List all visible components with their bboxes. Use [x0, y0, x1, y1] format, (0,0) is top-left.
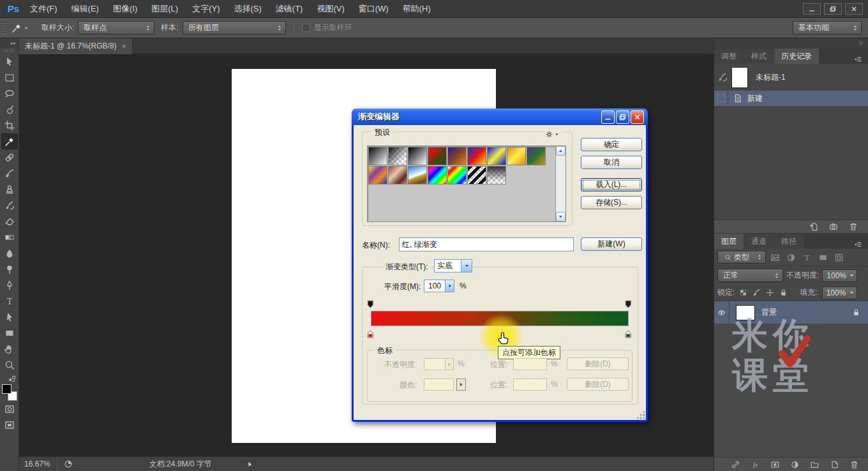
- preset-swatch-yellow-violet-orange-blue[interactable]: [368, 166, 387, 184]
- menu-item-0[interactable]: 文件(F): [23, 0, 64, 18]
- quick-select-tool[interactable]: [1, 101, 18, 117]
- dialog-restore-button[interactable]: [616, 110, 629, 124]
- history-source-cell[interactable]: [714, 91, 728, 106]
- color-stop-red[interactable]: [367, 329, 375, 340]
- menu-item-3[interactable]: 图层(L): [144, 0, 185, 18]
- camera-icon[interactable]: [829, 222, 838, 231]
- preset-swatch-blue-yellow-blue[interactable]: [487, 147, 506, 165]
- blend-mode-select[interactable]: 正常: [717, 269, 783, 282]
- menu-item-6[interactable]: 滤镜(T): [269, 0, 310, 18]
- opacity-stop-right[interactable]: [625, 299, 633, 310]
- healing-tool[interactable]: [1, 149, 18, 165]
- color-stop-green[interactable]: [625, 329, 633, 340]
- sample-size-select[interactable]: 取样点: [78, 21, 154, 34]
- collapse-panels-button[interactable]: [714, 38, 868, 48]
- type-tool[interactable]: T: [1, 293, 18, 309]
- dodge-tool[interactable]: [1, 261, 18, 277]
- layer-filter-select[interactable]: 类型: [717, 251, 766, 264]
- menu-item-8[interactable]: 窗口(W): [352, 0, 396, 18]
- history-brush-source-icon[interactable]: [717, 72, 728, 82]
- menu-item-5[interactable]: 选择(S): [227, 0, 268, 18]
- tab-close-icon[interactable]: ×: [122, 41, 127, 51]
- mask-icon[interactable]: [770, 460, 780, 469]
- ok-button[interactable]: 确定: [581, 138, 642, 151]
- dialog-resize-grip[interactable]: [637, 411, 645, 419]
- menu-item-2[interactable]: 图像(I): [106, 0, 144, 18]
- screen-mode-button[interactable]: [1, 417, 18, 433]
- history-item-new[interactable]: 新建: [714, 91, 868, 106]
- zoom-tool[interactable]: [1, 357, 18, 373]
- tool-preset-picker[interactable]: [11, 23, 29, 33]
- new-doc-state-icon[interactable]: [809, 222, 818, 231]
- minimize-button[interactable]: [803, 3, 821, 15]
- clone-stamp-tool[interactable]: [1, 181, 18, 197]
- gradient-name-input[interactable]: [399, 237, 574, 251]
- presets-scrollbar[interactable]: [555, 146, 565, 221]
- eyedropper-tool[interactable]: [1, 133, 18, 149]
- dialog-title-bar[interactable]: 渐变编辑器: [352, 108, 648, 125]
- shape-icon[interactable]: [818, 253, 828, 262]
- status-menu-icon[interactable]: [246, 461, 253, 468]
- scroll-down-button[interactable]: [556, 212, 565, 221]
- path-select-tool[interactable]: [1, 309, 18, 325]
- sample-select[interactable]: 所有图层: [183, 21, 286, 34]
- scroll-up-button[interactable]: [556, 146, 565, 156]
- document-tab[interactable]: 未标题-1 @ 16.7%(RGB/8) ×: [19, 38, 133, 54]
- folder-icon[interactable]: [810, 460, 819, 469]
- preset-swatch-red-green[interactable]: [428, 147, 447, 165]
- dialog-minimize-button[interactable]: [601, 110, 615, 124]
- panel-menu-icon[interactable]: [851, 240, 864, 249]
- smart-icon[interactable]: [834, 253, 844, 262]
- foreground-color-swatch[interactable]: [2, 384, 11, 394]
- history-snapshot-row[interactable]: 未标题-1: [714, 64, 868, 91]
- gradient-tool[interactable]: [1, 229, 18, 245]
- menu-item-1[interactable]: 编辑(E): [64, 0, 106, 18]
- preset-swatch-violet-green-orange[interactable]: [527, 147, 546, 165]
- show-ring-checkbox[interactable]: [302, 24, 310, 32]
- cancel-button[interactable]: 取消: [581, 156, 642, 169]
- preset-swatch-fg-to-transparent[interactable]: [388, 147, 407, 165]
- restore-button[interactable]: [824, 3, 842, 15]
- tab-styles[interactable]: 样式: [744, 49, 774, 64]
- link-icon[interactable]: [731, 460, 740, 469]
- trash-icon[interactable]: [849, 222, 858, 231]
- opacity-stop-left[interactable]: [367, 299, 375, 310]
- presets-menu-button[interactable]: [545, 129, 562, 139]
- preset-swatch-black-white[interactable]: [408, 147, 427, 165]
- quick-mask-button[interactable]: [1, 401, 18, 417]
- preset-swatch-copper[interactable]: [388, 166, 407, 184]
- smoothness-field[interactable]: 100: [424, 280, 454, 292]
- preset-swatch-fg-to-bg[interactable]: [368, 147, 387, 165]
- preset-swatch-transparent-rainbow[interactable]: [447, 166, 467, 184]
- tab-history[interactable]: 历史记录: [774, 49, 819, 64]
- blur-tool[interactable]: [1, 245, 18, 261]
- hand-tool[interactable]: [1, 341, 18, 357]
- load-button[interactable]: 载入(L)...: [581, 178, 642, 191]
- tab-paths[interactable]: 路径: [774, 234, 804, 249]
- tab-layers[interactable]: 图层: [714, 234, 744, 249]
- layer-visibility-cell[interactable]: [714, 301, 730, 324]
- pic-icon[interactable]: [770, 253, 780, 262]
- menu-item-4[interactable]: 文字(Y): [185, 0, 227, 18]
- swap-colors-icon[interactable]: [8, 375, 17, 383]
- workspace-select[interactable]: 基本功能: [793, 21, 862, 34]
- checkerlock-icon[interactable]: [739, 288, 747, 297]
- collapse-tools-button[interactable]: ▸▸: [0, 38, 19, 48]
- panel-menu-icon[interactable]: [851, 55, 864, 64]
- crop-tool[interactable]: [1, 117, 18, 133]
- fill-field[interactable]: 100%: [822, 287, 857, 299]
- close-button[interactable]: [845, 3, 863, 15]
- lock-icon[interactable]: [779, 288, 788, 297]
- menu-item-7[interactable]: 视图(V): [310, 0, 351, 18]
- adjust-icon[interactable]: [790, 460, 800, 469]
- move-tool[interactable]: [1, 54, 18, 70]
- preset-swatch-neutral-density[interactable]: [487, 166, 506, 184]
- brush-icon[interactable]: [752, 288, 761, 297]
- new-button[interactable]: 新建(W): [581, 237, 642, 251]
- trash-icon[interactable]: [849, 460, 859, 469]
- adjust-icon[interactable]: [786, 253, 796, 262]
- marquee-tool[interactable]: [1, 70, 18, 86]
- preset-swatch-spectrum[interactable]: [428, 166, 447, 184]
- type-icon[interactable]: T: [802, 253, 812, 262]
- pen-tool[interactable]: [1, 277, 18, 293]
